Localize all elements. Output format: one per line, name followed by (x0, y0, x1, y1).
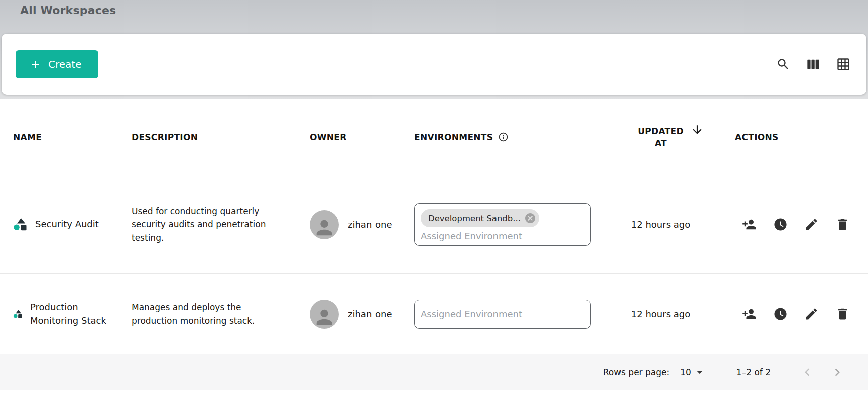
pagination-range: 1–2 of 2 (736, 367, 771, 377)
trash-icon (835, 307, 850, 321)
clock-icon (773, 307, 788, 321)
row-actions (726, 217, 868, 232)
chip-cancel-icon (524, 212, 536, 224)
person-icon (313, 216, 336, 239)
header-actions: ACTIONS (726, 132, 868, 142)
header-updated-label: UPDATED (638, 126, 684, 136)
owner-cell: zihan one (310, 210, 414, 239)
environment-chip-label: Development Sandb... (428, 214, 521, 223)
updated-at-value: 12 hours ago (595, 309, 726, 319)
workspace-logo-icon (13, 309, 23, 319)
toolbar-view-controls (776, 57, 850, 71)
header-name: NAME (13, 132, 132, 142)
plus-icon (30, 58, 42, 70)
workspace-name: Security Audit (35, 218, 99, 231)
info-icon[interactable] (498, 132, 509, 142)
updated-at-value: 12 hours ago (595, 219, 726, 230)
create-button-label: Create (48, 58, 81, 70)
table-row: Production Monitoring Stack Manages and … (0, 274, 868, 354)
header-name-label: NAME (13, 132, 42, 142)
row-actions (726, 307, 868, 321)
dropdown-caret-icon (693, 366, 706, 379)
delete-button[interactable] (835, 217, 850, 232)
workspace-name: Production Monitoring Stack (30, 301, 125, 327)
owner-avatar (310, 210, 339, 239)
assigned-environment-select[interactable] (414, 300, 591, 329)
header-owner-label: OWNER (310, 132, 347, 142)
owner-name: zihan one (348, 309, 392, 319)
edit-button[interactable] (804, 307, 819, 321)
workspace-name-cell: Production Monitoring Stack (13, 301, 132, 327)
pencil-icon (804, 307, 819, 321)
add-user-button[interactable] (742, 307, 757, 321)
page-header-area: All Workspaces Create (0, 0, 868, 99)
columns-view-button[interactable] (806, 57, 820, 71)
clock-icon (773, 217, 788, 232)
pencil-icon (804, 217, 819, 232)
assigned-environment-input[interactable] (421, 309, 584, 319)
toolbar: Create (2, 34, 866, 95)
person-add-icon (742, 307, 757, 321)
delete-button[interactable] (835, 307, 850, 321)
header-description: DESCRIPTION (132, 132, 310, 142)
grid-view-button[interactable] (836, 57, 850, 71)
remove-environment-button[interactable] (524, 212, 536, 224)
header-environments-label: ENVIRONMENTS (414, 132, 493, 142)
workspace-description: Used for conducting quarterly security a… (132, 205, 310, 244)
history-button[interactable] (773, 307, 788, 321)
environments-cell (414, 300, 595, 329)
assigned-environment-input[interactable] (421, 231, 584, 241)
pagination-footer: Rows per page: 10 1–2 of 2 (0, 354, 868, 390)
chevron-right-icon (830, 365, 845, 380)
header-environments: ENVIRONMENTS (414, 132, 595, 142)
workspace-description: Manages and deploys the production monit… (132, 301, 310, 327)
environment-chip[interactable]: Development Sandb... (421, 209, 539, 227)
rows-per-page-select[interactable]: 10 (680, 366, 706, 379)
edit-button[interactable] (804, 217, 819, 232)
history-button[interactable] (773, 217, 788, 232)
page-title: All Workspaces (20, 4, 866, 17)
sort-descending-arrow-icon[interactable] (691, 123, 704, 136)
header-description-label: DESCRIPTION (132, 132, 198, 142)
header-updated-label-line2: AT (655, 138, 667, 148)
trash-icon (835, 217, 850, 232)
workspace-name-cell: Security Audit (13, 217, 132, 232)
table-row: Security Audit Used for conducting quart… (0, 175, 868, 274)
workspace-logo-icon (13, 217, 28, 232)
header-updated-at[interactable]: UPDATED AT (595, 126, 726, 148)
person-add-icon (742, 217, 757, 232)
table-header-row: NAME DESCRIPTION OWNER ENVIRONMENTS UPDA… (0, 99, 868, 175)
assigned-environment-select[interactable]: Development Sandb... (414, 203, 591, 246)
create-button[interactable]: Create (16, 50, 98, 78)
rows-per-page-value: 10 (680, 367, 691, 377)
rows-per-page-label: Rows per page: (603, 367, 669, 377)
owner-avatar (310, 300, 339, 329)
header-actions-label: ACTIONS (735, 132, 779, 142)
search-button[interactable] (776, 57, 790, 71)
grid-view-icon (836, 57, 850, 71)
chevron-left-icon (800, 365, 815, 380)
environments-cell: Development Sandb... (414, 203, 595, 246)
add-user-button[interactable] (742, 217, 757, 232)
previous-page-button[interactable] (800, 365, 815, 380)
search-icon (776, 57, 790, 71)
columns-view-icon (806, 57, 820, 71)
next-page-button[interactable] (830, 365, 845, 380)
owner-name: zihan one (348, 219, 392, 230)
person-icon (313, 306, 336, 329)
header-owner: OWNER (310, 132, 414, 142)
owner-cell: zihan one (310, 300, 414, 329)
